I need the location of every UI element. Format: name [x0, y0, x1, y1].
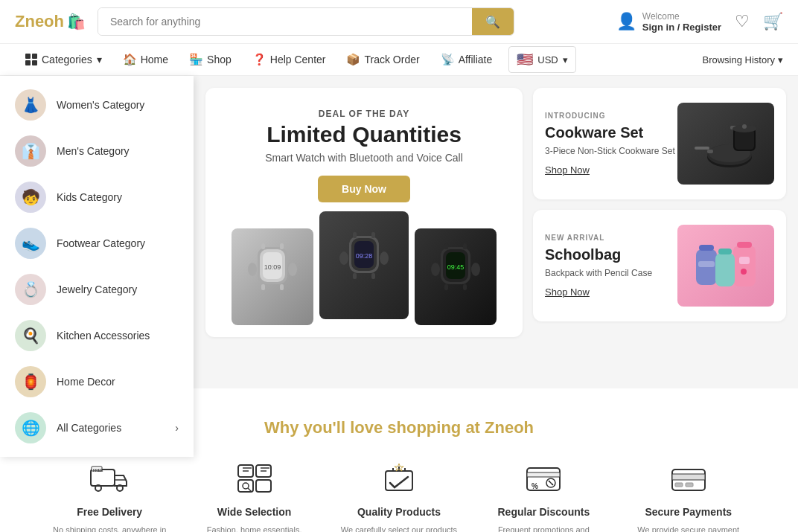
free-delivery-desc: No shipping costs, anywhere in the world…	[50, 524, 169, 532]
hero-main: DEAL OF THE DAY Limited Quantities Smart…	[205, 88, 786, 337]
cookware-info: INTRODUCING Cookware Set 3-Piece Non-Sti…	[545, 112, 677, 176]
men-avatar: 👔	[15, 135, 46, 167]
sidebar-item-kids[interactable]: 🧒 Kids Category	[0, 174, 194, 220]
navbar: Categories ▾ 🏠 Home 🏪 Shop ❓ Help Center…	[0, 44, 798, 76]
home-label: Home Decor	[57, 376, 115, 388]
svg-rect-14	[353, 232, 357, 238]
footwear-avatar: 👟	[15, 228, 46, 259]
footwear-label: Footwear Category	[57, 237, 145, 249]
svg-point-19	[380, 251, 389, 265]
svg-text:09:28: 09:28	[356, 252, 373, 260]
svg-rect-27	[463, 284, 467, 290]
cookware-shop-now[interactable]: Shop Now	[545, 164, 590, 176]
svg-point-29	[471, 263, 480, 276]
feature-payments: Secure Payments We provide secure paymen…	[629, 460, 748, 532]
sidebar-item-home[interactable]: 🏮 Home Decor	[0, 359, 194, 405]
cart-icon[interactable]: 🛒	[763, 12, 783, 31]
sidebar-item-footwear[interactable]: 👟 Footwear Category	[0, 220, 194, 266]
payments-desc: We provide secure payment methods to giv…	[629, 524, 748, 532]
nav-links: 🏠 Home 🏪 Shop ❓ Help Center 📦 Track Orde…	[112, 44, 503, 75]
wishlist-icon[interactable]: ♡	[735, 12, 750, 31]
watches-display: 10:09	[232, 217, 497, 325]
header-right: 👤 Welcome Sign in / Register ♡ 🛒	[616, 11, 783, 33]
home-avatar: 🏮	[15, 366, 46, 397]
svg-rect-72	[675, 483, 683, 487]
bag-icon: 🛍️	[67, 13, 86, 31]
kids-label: Kids Category	[57, 191, 122, 203]
sign-in-link[interactable]: Sign in / Register	[642, 22, 721, 33]
categories-button[interactable]: Categories ▾	[15, 45, 112, 74]
nav-track[interactable]: 📦 Track Order	[336, 44, 430, 75]
svg-rect-41	[733, 246, 756, 286]
browsing-history-label: Browsing History	[702, 54, 775, 65]
watch-right: 09:45	[415, 228, 497, 325]
schoolbag-shop-now[interactable]: Shop Now	[545, 286, 590, 298]
currency-label: USD	[537, 54, 558, 65]
user-icon: 👤	[616, 12, 636, 31]
all-chevron-icon: ›	[175, 422, 179, 434]
feature-free-delivery: FREE Free Delivery No shipping costs, an…	[50, 460, 169, 532]
cookware-card: INTRODUCING Cookware Set 3-Piece Non-Sti…	[533, 88, 786, 199]
sidebar-item-men[interactable]: 👔 Men's Category	[0, 128, 194, 174]
deal-banner: DEAL OF THE DAY Limited Quantities Smart…	[205, 88, 523, 337]
svg-rect-73	[686, 483, 693, 487]
svg-point-60	[243, 483, 249, 489]
svg-rect-42	[737, 242, 752, 248]
sidebar-item-jewelry[interactable]: 💍 Jewelry Category	[0, 266, 194, 313]
browsing-history[interactable]: Browsing History ▾	[702, 54, 783, 65]
brand-logo[interactable]: Zneoh 🛍️	[15, 12, 86, 31]
nav-home[interactable]: 🏠 Home	[112, 44, 179, 75]
quality-icon	[377, 460, 421, 497]
help-icon: ❓	[252, 53, 266, 66]
jewelry-avatar: 💍	[15, 274, 46, 305]
free-delivery-icon: FREE	[87, 460, 132, 497]
quality-desc: We carefully select our products to ensu…	[339, 524, 459, 532]
svg-rect-48	[715, 253, 735, 286]
svg-rect-5	[280, 243, 284, 249]
women-label: Women's Category	[57, 99, 144, 111]
cookware-image	[677, 103, 774, 185]
feature-discounts: % Regular Discounts Frequent promotions …	[484, 460, 603, 532]
all-cat-left: 🌐 All Categories	[15, 412, 121, 443]
main-content: 👗 Women's Category 👔 Men's Category 🧒 Ki…	[0, 76, 798, 374]
features-row: FREE Free Delivery No shipping costs, an…	[45, 460, 753, 532]
user-info[interactable]: 👤 Welcome Sign in / Register	[616, 11, 721, 33]
sidebar-item-women[interactable]: 👗 Women's Category	[0, 82, 194, 128]
svg-rect-59	[256, 480, 271, 492]
nav-affiliate[interactable]: 📡 Affiliate	[430, 44, 503, 75]
svg-text:FREE: FREE	[93, 468, 103, 472]
svg-rect-4	[261, 243, 265, 249]
svg-rect-17	[371, 273, 375, 279]
affiliate-icon: 📡	[441, 53, 455, 66]
svg-text:%: %	[532, 482, 538, 490]
hero-area: DEAL OF THE DAY Limited Quantities Smart…	[194, 76, 798, 374]
welcome-text: Welcome	[642, 11, 721, 22]
currency-chevron: ▾	[563, 54, 568, 65]
kids-avatar: 🧒	[15, 182, 46, 213]
svg-point-44	[741, 269, 747, 275]
search-button[interactable]: 🔍	[472, 8, 514, 35]
sidebar-item-kitchen[interactable]: 🍳 Kitchen Accessories	[0, 313, 194, 359]
nav-help[interactable]: ❓ Help Center	[242, 44, 336, 75]
nav-shop[interactable]: 🏪 Shop	[179, 44, 242, 75]
search-input[interactable]	[98, 8, 472, 35]
brand-name: Zneoh	[15, 12, 64, 31]
buy-now-button[interactable]: Buy Now	[318, 176, 410, 202]
sidebar-item-all[interactable]: 🌐 All Categories ›	[0, 405, 194, 451]
browsing-history-chevron: ▾	[778, 54, 783, 65]
svg-rect-43	[739, 257, 750, 264]
chevron-down-icon: ▾	[97, 54, 102, 65]
home-icon: 🏠	[123, 53, 137, 66]
search-icon: 🔍	[485, 16, 500, 28]
schoolbag-image	[677, 225, 774, 307]
currency-selector[interactable]: 🇺🇸 USD ▾	[508, 46, 575, 73]
svg-rect-24	[444, 243, 448, 249]
watch-center: 09:28	[319, 211, 409, 319]
why-brand-name: Zneoh	[485, 418, 534, 437]
svg-rect-49	[718, 249, 732, 254]
all-avatar: 🌐	[15, 412, 46, 443]
jewelry-label: Jewelry Category	[57, 283, 137, 295]
svg-text:10:09: 10:09	[264, 263, 281, 271]
svg-rect-34	[695, 147, 709, 150]
svg-text:09:45: 09:45	[447, 263, 465, 271]
